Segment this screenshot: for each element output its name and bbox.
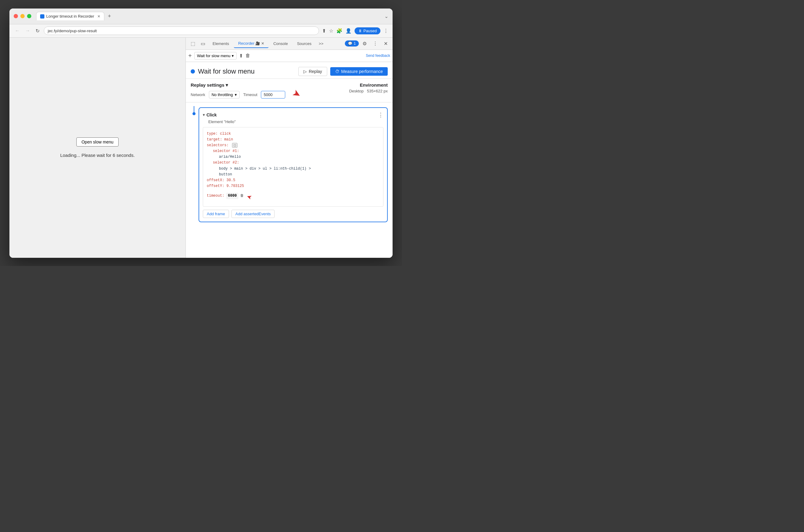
timeout-delete-icon[interactable]: 🗑 xyxy=(240,193,244,199)
bookmark-icon[interactable]: ☆ xyxy=(329,28,333,34)
click-step: ▾ Click ⋮ Element "Hello" type: click xyxy=(199,107,388,223)
browser-window: Longer timeout in Recorder ✕ + ⌄ ← → ↻ j… xyxy=(10,8,393,258)
network-chevron-icon: ▾ xyxy=(235,92,237,97)
devtools-right-icons: 💬 1 ⚙ ⋮ ✕ xyxy=(345,39,390,48)
tab-elements[interactable]: Elements xyxy=(208,39,233,48)
tab-sources[interactable]: Sources xyxy=(293,39,316,48)
timeout-label: Timeout xyxy=(243,92,257,97)
traffic-lights xyxy=(14,14,31,18)
gauge-icon: ⏱ xyxy=(335,69,339,74)
code-selector1-label: selector #1: xyxy=(207,148,379,154)
inspect-icon[interactable]: ⬚ xyxy=(188,39,198,48)
click-subtitle: Element "Hello" xyxy=(208,119,384,124)
timeout-inline-value: 6000 xyxy=(226,193,239,199)
export-icon[interactable]: ⬆ xyxy=(239,53,243,59)
code-block-actions: Add frame Add assertedEvents xyxy=(203,210,384,218)
measure-performance-button[interactable]: ⏱ Measure performance xyxy=(330,67,388,76)
code-selectors-line: selectors: ⬚ xyxy=(207,142,379,148)
recorder-actions: ⬆ 🗑 xyxy=(239,53,250,59)
settings-icon[interactable]: ⚙ xyxy=(360,39,369,48)
step-vertical-line xyxy=(194,106,194,112)
step-more-icon[interactable]: ⋮ xyxy=(378,112,384,118)
code-timeout-line: timeout: 6000 🗑 ➤ xyxy=(207,189,379,203)
loading-text: Loading... Please wait for 6 seconds. xyxy=(60,153,135,158)
tab-title: Longer timeout in Recorder xyxy=(46,14,94,19)
red-arrow-icon: ➤ xyxy=(291,86,303,100)
browser-page: Open slow menu Loading... Please wait fo… xyxy=(10,38,186,258)
code-type-line: type: click xyxy=(207,131,379,137)
red-arrow-2-icon: ➤ xyxy=(245,189,254,203)
timeout-input[interactable] xyxy=(261,91,285,98)
nav-actions: ⬆ ☆ 🧩 👤 ⏸ Paused ⋮ xyxy=(322,27,388,34)
environment-value: Desktop 535×622 px xyxy=(349,89,388,93)
window-chevron-icon[interactable]: ⌄ xyxy=(385,13,388,19)
code-selector2-value: body > main > div > ul > li:nth-child(1)… xyxy=(207,166,379,172)
timeout-key: timeout: xyxy=(207,193,224,199)
menu-icon[interactable]: ⋮ xyxy=(384,28,388,34)
send-feedback-link[interactable]: Send feedback xyxy=(366,54,390,58)
device-icon[interactable]: ▭ xyxy=(198,39,208,48)
recording-dot xyxy=(191,69,195,74)
chat-button[interactable]: 💬 1 xyxy=(345,40,359,46)
code-target-line: target: main xyxy=(207,137,379,142)
tab-favicon xyxy=(40,14,44,19)
url-text: jec.fyi/demo/pup-slow-result xyxy=(48,28,97,33)
share-icon[interactable]: ⬆ xyxy=(322,28,326,34)
click-step-wrapper: ▾ Click ⋮ Element "Hello" type: click xyxy=(199,106,388,223)
maximize-button[interactable] xyxy=(27,14,31,18)
code-offsetx-line: offsetX: 30.5 xyxy=(207,177,379,183)
replay-settings-title[interactable]: Replay settings ▾ xyxy=(191,82,285,88)
devtools-close-icon[interactable]: ✕ xyxy=(381,39,390,48)
code-block: type: click target: main selectors: ⬚ xyxy=(203,127,384,207)
new-tab-button[interactable]: + xyxy=(106,13,114,19)
titlebar: Longer timeout in Recorder ✕ + ⌄ xyxy=(10,8,393,24)
devtools-panel: ⬚ ▭ Elements Recorder 🎥 ✕ Console Source… xyxy=(186,38,393,258)
replay-settings-left: Replay settings ▾ Network No throttling … xyxy=(191,82,285,98)
recording-header: Wait for slow menu ▷ Replay ⏱ Measure pe… xyxy=(186,62,393,79)
extensions-icon[interactable]: 🧩 xyxy=(336,28,342,34)
step-dot xyxy=(192,112,195,115)
selector-icon: ⬚ xyxy=(232,143,238,148)
devtools-topbar: ⬚ ▭ Elements Recorder 🎥 ✕ Console Source… xyxy=(186,38,393,50)
url-bar[interactable]: jec.fyi/demo/pup-slow-result xyxy=(44,26,319,35)
add-recording-button[interactable]: + xyxy=(188,52,192,59)
recording-header-buttons: ▷ Replay ⏱ Measure performance xyxy=(298,67,388,76)
delete-icon[interactable]: 🗑 xyxy=(245,53,250,58)
forward-button[interactable]: → xyxy=(24,27,31,35)
recording-name: Wait for slow menu xyxy=(198,68,255,75)
tab-recorder[interactable]: Recorder 🎥 ✕ xyxy=(234,39,268,48)
recording-dropdown[interactable]: Wait for slow menu ▾ xyxy=(194,52,237,60)
click-step-title: ▾ Click xyxy=(203,113,217,117)
steps-area[interactable]: ▾ Click ⋮ Element "Hello" type: click xyxy=(186,102,393,258)
settings-chevron-icon: ▾ xyxy=(226,82,228,88)
step-line xyxy=(192,106,195,223)
tab-close-icon[interactable]: ✕ xyxy=(97,14,100,19)
code-selector1-value: aria/Hello xyxy=(207,154,379,160)
navbar: ← → ↻ jec.fyi/demo/pup-slow-result ⬆ ☆ 🧩… xyxy=(10,24,393,38)
step-connector: ▾ Click ⋮ Element "Hello" type: click xyxy=(191,105,388,223)
play-icon: ▷ xyxy=(303,69,307,74)
paused-button[interactable]: ⏸ Paused xyxy=(355,27,380,34)
tab-console[interactable]: Console xyxy=(269,39,292,48)
add-frame-button[interactable]: Add frame xyxy=(203,210,229,218)
back-button[interactable]: ← xyxy=(14,27,21,35)
profile-icon[interactable]: 👤 xyxy=(345,28,352,34)
close-button[interactable] xyxy=(14,14,18,18)
click-chevron-icon[interactable]: ▾ xyxy=(203,113,205,117)
more-tabs-button[interactable]: >> xyxy=(316,40,326,47)
add-asserted-events-button[interactable]: Add assertedEvents xyxy=(231,210,275,218)
dropdown-chevron-icon: ▾ xyxy=(232,54,234,58)
content-area: Open slow menu Loading... Please wait fo… xyxy=(10,38,393,258)
devtools-more-icon[interactable]: ⋮ xyxy=(370,39,380,48)
tab-bar: Longer timeout in Recorder ✕ + xyxy=(36,12,385,20)
environment-title: Environment xyxy=(349,82,388,88)
browser-tab[interactable]: Longer timeout in Recorder ✕ xyxy=(36,12,104,20)
recording-title-group: Wait for slow menu xyxy=(191,68,255,75)
replay-button[interactable]: ▷ Replay xyxy=(298,67,327,76)
code-selector2-value2: button xyxy=(207,172,379,177)
minimize-button[interactable] xyxy=(20,14,25,18)
open-slow-menu-button[interactable]: Open slow menu xyxy=(76,137,118,147)
network-throttling-dropdown[interactable]: No throttling ▾ xyxy=(209,91,240,98)
reload-button[interactable]: ↻ xyxy=(34,27,41,35)
timeout-input-container: ➤ xyxy=(261,91,285,98)
